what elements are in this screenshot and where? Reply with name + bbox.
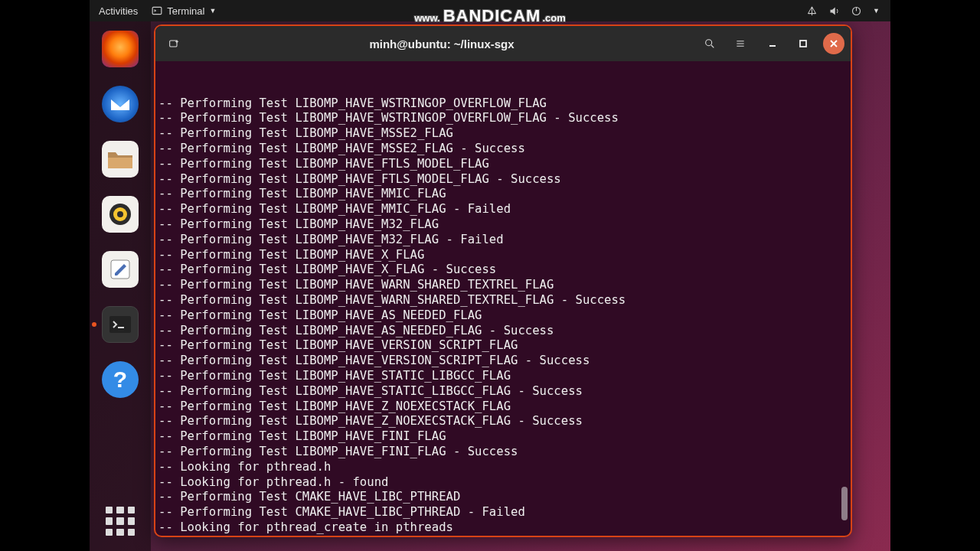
speaker-icon xyxy=(108,202,132,227)
svg-rect-8 xyxy=(109,316,131,333)
terminal-line: -- Performing Test LIBOMP_HAVE_MMIC_FLAG xyxy=(158,187,848,202)
terminal-line: -- Looking for pthread.h xyxy=(158,460,848,475)
terminal-line: -- Performing Test CMAKE_HAVE_LIBC_PTHRE… xyxy=(158,505,848,520)
bandicam-watermark: www.BANDICAM.com xyxy=(414,6,566,26)
terminal-line: -- Performing Test LIBOMP_HAVE_STATIC_LI… xyxy=(158,384,848,399)
new-tab-icon xyxy=(168,37,180,50)
svg-point-13 xyxy=(706,40,712,46)
terminal-line: -- Performing Test LIBOMP_HAVE_M32_FLAG xyxy=(158,217,848,233)
terminal-line: -- Performing Test CMAKE_HAVE_LIBC_PTHRE… xyxy=(158,490,848,505)
terminal-line: -- Performing Test LIBOMP_HAVE_Z_NOEXECS… xyxy=(158,399,848,415)
terminal-line: -- Performing Test LIBOMP_HAVE_VERSION_S… xyxy=(158,354,848,369)
window-titlebar[interactable]: minh@ubuntu: ~/linux-sgx xyxy=(155,26,851,61)
dock-files[interactable] xyxy=(102,141,139,178)
search-icon xyxy=(704,37,716,50)
maximize-icon xyxy=(799,39,808,48)
terminal-icon xyxy=(152,5,162,16)
terminal-line: -- Performing Test LIBOMP_HAVE_FINI_FLAG… xyxy=(158,445,848,460)
terminal-line: -- Performing Test LIBOMP_HAVE_Z_NOEXECS… xyxy=(158,414,848,429)
svg-point-6 xyxy=(117,211,123,217)
dock-help[interactable]: ? xyxy=(102,361,139,398)
close-button[interactable] xyxy=(823,33,844,54)
terminal-line: -- Performing Test LIBOMP_HAVE_WSTRINGOP… xyxy=(158,96,848,112)
app-menu[interactable]: Terminal ▼ xyxy=(152,5,216,17)
terminal-line: -- Performing Test LIBOMP_HAVE_MMIC_FLAG… xyxy=(158,202,848,217)
app-menu-label: Terminal xyxy=(167,5,204,17)
terminal-body[interactable]: -- Performing Test LIBOMP_HAVE_WSTRINGOP… xyxy=(155,61,851,536)
svg-rect-0 xyxy=(152,7,162,14)
close-icon xyxy=(829,39,838,48)
terminal-app-icon xyxy=(109,316,131,333)
terminal-line: -- Performing Test LIBOMP_HAVE_WARN_SHAR… xyxy=(158,278,848,293)
terminal-line: -- Performing Test LIBOMP_HAVE_AS_NEEDED… xyxy=(158,308,848,324)
terminal-window: minh@ubuntu: ~/linux-sgx -- Performing T… xyxy=(154,24,852,537)
search-button[interactable] xyxy=(697,31,722,56)
terminal-line: -- Performing Test LIBOMP_HAVE_FTLS_MODE… xyxy=(158,157,848,172)
new-tab-button[interactable] xyxy=(162,31,186,56)
hamburger-icon xyxy=(734,37,746,50)
terminal-line: -- Looking for pthread.h - found xyxy=(158,475,848,491)
terminal-line: -- Performing Test LIBOMP_HAVE_AS_NEEDED… xyxy=(158,324,848,339)
minimize-icon xyxy=(768,39,777,48)
svg-line-14 xyxy=(711,45,714,47)
dock-rhythmbox[interactable] xyxy=(102,196,139,233)
terminal-line: -- Performing Test LIBOMP_HAVE_FTLS_MODE… xyxy=(158,172,848,187)
dock-text-editor[interactable] xyxy=(102,251,139,288)
minimize-button[interactable] xyxy=(762,33,783,54)
terminal-line: -- Performing Test LIBOMP_HAVE_X_FLAG xyxy=(158,248,848,263)
activities-button[interactable]: Activities xyxy=(99,5,138,17)
terminal-line: -- Performing Test LIBOMP_HAVE_MSSE2_FLA… xyxy=(158,142,848,157)
pencil-icon xyxy=(109,258,132,281)
dock-terminal[interactable] xyxy=(102,306,139,343)
hamburger-menu-button[interactable] xyxy=(728,31,753,56)
system-menu-chevron-icon[interactable]: ▼ xyxy=(873,7,880,15)
terminal-line: -- Performing Test LIBOMP_HAVE_X_FLAG - … xyxy=(158,262,848,278)
scrollbar-thumb[interactable] xyxy=(841,487,848,520)
folder-icon xyxy=(106,148,134,171)
maximize-button[interactable] xyxy=(792,33,814,54)
terminal-line: -- Performing Test LIBOMP_HAVE_M32_FLAG … xyxy=(158,233,848,248)
terminal-line: -- Performing Test LIBOMP_HAVE_FINI_FLAG xyxy=(158,429,848,445)
svg-rect-19 xyxy=(800,41,806,47)
chevron-down-icon: ▼ xyxy=(209,7,216,15)
window-title: minh@ubuntu: ~/linux-sgx xyxy=(192,37,691,51)
power-icon[interactable] xyxy=(851,5,862,17)
thunderbird-icon xyxy=(106,90,134,118)
launcher-dock: ? xyxy=(90,21,151,551)
terminal-line: -- Performing Test LIBOMP_HAVE_VERSION_S… xyxy=(158,338,848,354)
show-applications[interactable] xyxy=(106,507,135,536)
terminal-line: -- Performing Test LIBOMP_HAVE_MSSE2_FLA… xyxy=(158,126,848,142)
svg-rect-3 xyxy=(108,158,132,168)
terminal-line: -- Performing Test LIBOMP_HAVE_WARN_SHAR… xyxy=(158,293,848,308)
terminal-line: -- Performing Test LIBOMP_HAVE_WSTRINGOP… xyxy=(158,111,848,126)
terminal-line: -- Looking for pthread_create in pthread… xyxy=(158,520,848,536)
dock-thunderbird[interactable] xyxy=(102,86,139,122)
terminal-line: -- Performing Test LIBOMP_HAVE_STATIC_LI… xyxy=(158,369,848,384)
network-icon[interactable] xyxy=(806,5,818,17)
dock-firefox[interactable] xyxy=(102,31,139,67)
help-icon: ? xyxy=(113,367,127,393)
volume-icon[interactable] xyxy=(828,5,840,17)
